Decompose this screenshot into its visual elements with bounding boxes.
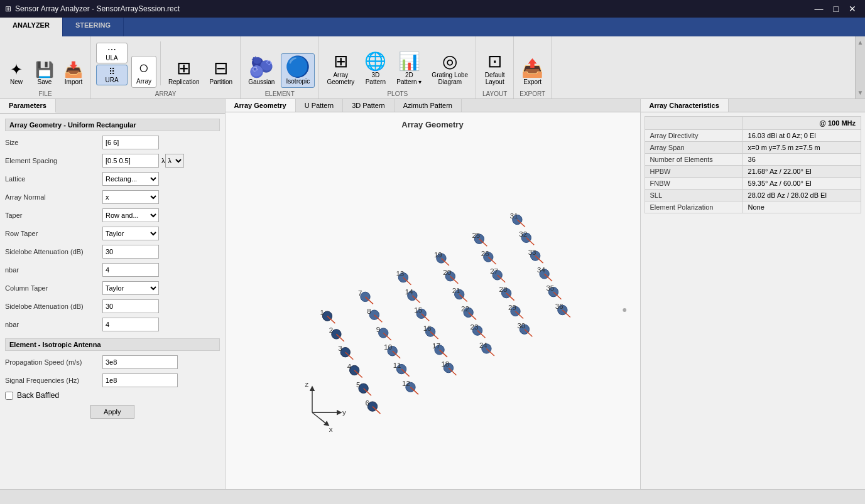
- element-16: 16: [423, 324, 438, 339]
- back-baffled-label: Back Baffled: [17, 391, 59, 400]
- svg-text:5: 5: [356, 381, 360, 389]
- grating-lobe-button[interactable]: ◎ Grating LobeDiagram: [428, 50, 472, 88]
- minimize-button[interactable]: —: [811, 3, 827, 15]
- ribbon-group-layout: ⊡ DefaultLayout LAYOUT: [476, 36, 514, 99]
- tab-parameters[interactable]: Parameters: [0, 99, 56, 113]
- import-button[interactable]: 📥 Import: [60, 60, 87, 88]
- title-bar-controls: — □ ✕: [811, 3, 860, 15]
- tab-analyzer[interactable]: ANALYZER: [0, 18, 63, 36]
- tab-steering[interactable]: STEERING: [63, 18, 124, 36]
- signal-freq-input[interactable]: [102, 373, 178, 387]
- ula-button[interactable]: ⋯ ULA: [96, 43, 128, 63]
- svg-text:32: 32: [519, 230, 527, 238]
- row-taper-select[interactable]: Taylor: [102, 227, 159, 240]
- characteristics-content: @ 100 MHz Array Directivity16.03 dBi at …: [641, 112, 866, 217]
- gaussian-label: Gaussian: [248, 78, 275, 85]
- replication-button[interactable]: ⊞ Replication: [165, 57, 203, 88]
- svg-text:26: 26: [481, 250, 489, 257]
- apply-button[interactable]: Apply: [90, 405, 134, 419]
- size-label: Size: [5, 139, 102, 146]
- svg-text:31: 31: [509, 212, 518, 220]
- ribbon-group-array: ⋯ ULA ⠿ URA ○ Array ⊞ Replication: [91, 36, 241, 99]
- close-button[interactable]: ✕: [845, 3, 860, 15]
- array-label: Array: [136, 78, 151, 85]
- svg-text:30: 30: [517, 322, 525, 330]
- ribbon-layout-items: ⊡ DefaultLayout: [481, 39, 509, 88]
- save-button[interactable]: 💾 Save: [31, 60, 58, 88]
- tab-3d-pattern[interactable]: 3D Pattern: [343, 99, 394, 112]
- right-panel-tab-bar: Array Characteristics: [641, 99, 866, 112]
- back-baffled-row: Back Baffled: [5, 391, 220, 400]
- tab-array-geometry[interactable]: Array Geometry: [226, 99, 296, 112]
- ura-button[interactable]: ⠿ URA: [96, 65, 128, 85]
- param-lattice: Lattice Rectang...: [5, 171, 220, 186]
- col-taper-select[interactable]: Taylor: [102, 281, 159, 295]
- svg-text:19: 19: [433, 251, 442, 259]
- new-icon: ✦: [10, 62, 23, 77]
- element-29: 29: [508, 304, 523, 318]
- array-normal-select[interactable]: x: [102, 190, 159, 204]
- element-27: 27: [490, 267, 505, 282]
- char-label: Element Polarization: [645, 201, 743, 213]
- taper-select[interactable]: Row and...: [102, 208, 159, 222]
- element-32: 32: [519, 230, 534, 245]
- window-title: Sensor Array Analyzer - SensorArraySessi…: [15, 4, 180, 13]
- file-group-label: FILE: [38, 88, 52, 97]
- row-taper-label: Row Taper: [5, 230, 102, 237]
- export-group-label: EXPORT: [520, 88, 545, 97]
- params-content: Array Geometry - Uniform Rectangular Siz…: [0, 114, 225, 489]
- gaussian-button[interactable]: 🫐 Gaussian: [244, 55, 278, 88]
- element-4: 4: [347, 363, 362, 377]
- ribbon-group-element: 🫐 Gaussian 🔵 Isotropic ELEMENT: [241, 36, 319, 99]
- nbar-col-input[interactable]: [102, 318, 159, 331]
- svg-text:17: 17: [432, 342, 440, 350]
- sidelobe-row-label: Sidelobe Attenuation (dB): [5, 248, 102, 255]
- tab-array-characteristics[interactable]: Array Characteristics: [641, 99, 729, 112]
- isotropic-label: Isotropic: [286, 78, 310, 85]
- new-label: New: [10, 78, 23, 85]
- maximize-button[interactable]: □: [830, 3, 842, 15]
- export-button[interactable]: 📤 Export: [518, 57, 547, 88]
- 2d-pattern-button[interactable]: 📊 2DPattern ▾: [393, 50, 425, 88]
- element-22: 22: [461, 305, 476, 319]
- new-button[interactable]: ✦ New: [4, 60, 29, 88]
- element-35: 35: [546, 284, 561, 299]
- ribbon: ✦ New 💾 Save 📥 Import FILE ⋯: [0, 36, 865, 99]
- element-group-label: ELEMENT: [265, 88, 295, 97]
- element-36: 36: [555, 303, 570, 317]
- param-sidelobe-row: Sidelobe Attenuation (dB): [5, 244, 220, 259]
- svg-text:20: 20: [443, 269, 451, 276]
- ribbon-plots-items: ⊞ ArrayGeometry 🌐 3DPattern 📊 2DPattern …: [323, 39, 472, 88]
- char-value: 28.02 dB Az / 28.02 dB El: [743, 190, 861, 201]
- ribbon-scrollbar[interactable]: ▲ ▼: [855, 36, 865, 99]
- lambda-select[interactable]: λ: [165, 154, 184, 168]
- svg-text:12: 12: [402, 380, 410, 387]
- array-button[interactable]: ○ Array: [131, 56, 156, 88]
- isotropic-button[interactable]: 🔵 Isotropic: [281, 53, 315, 88]
- lattice-select[interactable]: Rectang...: [102, 172, 159, 186]
- tab-u-pattern[interactable]: U Pattern: [296, 99, 343, 112]
- array-group-label: ARRAY: [155, 88, 177, 97]
- char-row: Array Directivity16.03 dBi at 0 Az; 0 El: [645, 130, 861, 142]
- param-nbar-col: nbar: [5, 317, 220, 332]
- partition-button[interactable]: ⊟ Partition: [205, 57, 236, 88]
- svg-text:22: 22: [461, 305, 469, 313]
- tab-azimuth-pattern[interactable]: Azimuth Pattern: [394, 99, 462, 112]
- sidelobe-row-input[interactable]: [102, 245, 159, 259]
- nbar-row-input[interactable]: [102, 263, 159, 277]
- sidelobe-col-label: Sidelobe Attenuation (dB): [5, 303, 102, 310]
- replication-label: Replication: [168, 78, 199, 85]
- element-24: 24: [479, 341, 494, 356]
- prop-speed-input[interactable]: [102, 355, 178, 369]
- 3d-pattern-button[interactable]: 🌐 3DPattern: [361, 50, 390, 88]
- svg-text:25: 25: [472, 232, 480, 239]
- svg-text:29: 29: [508, 304, 516, 311]
- element-spacing-input[interactable]: [102, 154, 159, 168]
- sidelobe-col-input[interactable]: [102, 299, 159, 313]
- size-input[interactable]: [102, 136, 159, 149]
- char-label: SLL: [645, 190, 743, 201]
- back-baffled-checkbox[interactable]: [5, 392, 13, 400]
- svg-text:3: 3: [338, 345, 342, 352]
- array-geometry-plot-button[interactable]: ⊞ ArrayGeometry: [323, 50, 358, 88]
- default-layout-button[interactable]: ⊡ DefaultLayout: [481, 50, 509, 88]
